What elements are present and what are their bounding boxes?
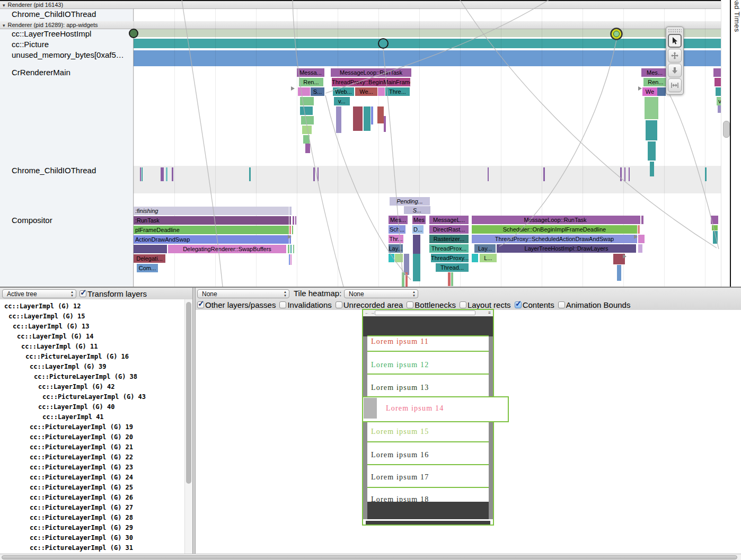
layer-tree-row[interactable]: cc::PictureLayerImpl (G) 20 — [0, 432, 192, 442]
event-tick[interactable] — [140, 167, 141, 181]
event-bar[interactable] — [641, 216, 643, 224]
event-bar[interactable] — [371, 106, 373, 125]
event-bar[interactable]: Lay... — [474, 244, 496, 253]
layer-tree-row[interactable]: cc::PictureLayerImpl (G) 19 — [0, 422, 192, 432]
layer-tree-row[interactable]: cc::PictureLayerImpl (G) 27 — [0, 503, 192, 513]
layer-tree-host-impl-counter-track[interactable] — [134, 29, 721, 37]
event-bar[interactable] — [472, 254, 478, 262]
event-bar[interactable] — [300, 97, 314, 105]
checkbox-unrecorded-area[interactable] — [336, 301, 342, 308]
event-bar[interactable] — [295, 216, 296, 225]
event-bar[interactable] — [289, 235, 291, 244]
event-bar[interactable] — [290, 254, 292, 265]
checkbox-other-layers-passes[interactable] — [197, 301, 204, 308]
checkbox-contents[interactable] — [515, 301, 522, 308]
event-bar[interactable]: D... — [412, 225, 424, 234]
layer-tree-row[interactable]: cc::PictureLayerImpl (G) 30 — [0, 533, 192, 543]
event-bar[interactable] — [638, 244, 642, 253]
event-bar[interactable] — [134, 245, 167, 253]
event-bar[interactable] — [384, 116, 386, 132]
layer-tree-row[interactable]: cc::PictureLayerImpl (G) 43 — [0, 392, 192, 402]
event-bar[interactable] — [377, 106, 384, 123]
layer-tree-row[interactable]: cc::PictureLayerImpl (G) 31 — [0, 543, 192, 553]
layer-tree-row[interactable]: cc::LayerImpl (G) 39 — [0, 362, 192, 372]
event-bar[interactable] — [646, 120, 657, 140]
tile-heatmap-select[interactable]: None ▲▼ — [344, 289, 418, 298]
checkbox-bottlenecks[interactable] — [407, 301, 413, 308]
event-bar[interactable] — [289, 216, 291, 225]
layer-tree-row[interactable]: cc::PictureLayerImpl (G) 21 — [0, 442, 192, 452]
event-bar[interactable] — [402, 272, 404, 287]
event-bar[interactable] — [289, 226, 291, 234]
event-bar[interactable] — [289, 207, 292, 215]
event-bar[interactable]: Mes — [412, 216, 426, 224]
event-bar[interactable]: Lay... — [389, 244, 403, 253]
event-bar[interactable] — [288, 245, 289, 253]
event-bar[interactable] — [364, 106, 371, 131]
event-bar[interactable]: DelegatingRenderer::SwapBuffers — [168, 245, 286, 253]
event-bar[interactable] — [302, 126, 312, 134]
event-tick[interactable] — [488, 167, 489, 181]
event-bar[interactable] — [293, 245, 294, 253]
checkbox-layout-rects[interactable] — [460, 301, 466, 308]
event-tick[interactable] — [620, 167, 622, 181]
event-bar[interactable]: Ren... — [643, 78, 668, 86]
event-bar[interactable] — [613, 254, 625, 264]
event-bar[interactable] — [650, 162, 654, 176]
checkbox-animation-bounds[interactable] — [558, 301, 565, 308]
event-bar[interactable]: LayerTreeHostImpl::DrawLayers — [497, 244, 636, 253]
event-bar[interactable] — [305, 144, 310, 153]
event-bar[interactable] — [293, 216, 294, 225]
event-tick[interactable] — [313, 167, 315, 181]
layer-tree-row[interactable]: cc::PictureLayerImpl (G) 16 — [0, 352, 192, 362]
scrollbar-thumb[interactable] — [186, 302, 191, 484]
event-bar[interactable]: MessageLoop::RunTask — [331, 68, 411, 77]
layer-tree-row[interactable]: cc::LayerImpl (G) 11 — [0, 342, 192, 352]
event-bar[interactable] — [638, 216, 640, 224]
event-tick[interactable] — [166, 167, 167, 181]
event-tick[interactable] — [317, 167, 319, 181]
process-header-renderer-16143[interactable]: ▾Renderer (pid 16143) — [0, 1, 721, 9]
picture-counter-track[interactable] — [134, 39, 721, 48]
event-bar[interactable]: We — [642, 87, 657, 96]
event-bar[interactable]: DirectRast... — [429, 225, 469, 234]
event-bar[interactable] — [638, 235, 645, 243]
event-bar[interactable] — [300, 106, 313, 115]
layer-tree-row[interactable]: cc::LayerImpl (G) 14 — [0, 332, 192, 342]
event-bar[interactable] — [395, 254, 403, 262]
event-bar[interactable] — [378, 87, 385, 96]
layer-tree-row[interactable]: cc::PictureLayerImpl (G) 23 — [0, 463, 192, 473]
event-bar[interactable] — [298, 87, 310, 96]
event-bar[interactable] — [389, 254, 394, 262]
event-bar[interactable] — [713, 231, 718, 244]
event-tick[interactable] — [172, 167, 173, 181]
event-tick[interactable] — [249, 167, 251, 181]
event-bar[interactable]: Thr... — [389, 235, 403, 243]
layer-tree-row[interactable]: cc::PictureLayerImpl (G) 22 — [0, 452, 192, 463]
layer-tree-row[interactable]: cc::LayerImpl (G) 42 — [0, 382, 192, 392]
tree-type-select[interactable]: Active tree ▲▼ — [2, 289, 76, 298]
event-bar[interactable]: plFrameDeadline — [134, 226, 289, 234]
event-bar[interactable]: Thre... — [385, 87, 410, 96]
event-bar[interactable]: We... — [355, 87, 377, 96]
event-bar[interactable]: Mes... — [641, 68, 668, 77]
event-bar[interactable]: ThreadProxy... — [431, 254, 469, 262]
zoom-tool-button[interactable] — [668, 64, 682, 77]
layer-tree-row[interactable]: cc::LayerImpl 41 — [0, 412, 192, 422]
event-bar[interactable]: MessageL... — [429, 216, 469, 224]
event-bar[interactable]: Mes... — [389, 216, 408, 224]
event-bar[interactable] — [292, 226, 293, 234]
layer-tree-row[interactable]: cc::LayerImpl (G) 15 — [0, 312, 191, 322]
event-bar[interactable]: Com... — [137, 264, 158, 272]
overlay-select[interactable]: None ▲▼ — [197, 289, 289, 298]
event-bar[interactable]: ThreadProx... — [429, 244, 469, 253]
layer-tree-row[interactable]: cc::PictureLayerImpl (G) 29 — [0, 523, 192, 533]
timing-tool-button[interactable] — [668, 78, 682, 92]
event-bar[interactable]: ActionDrawAndSwap — [134, 235, 289, 244]
select-tool-button[interactable] — [668, 34, 682, 48]
palette-grip[interactable] — [668, 28, 682, 32]
event-bar[interactable]: Rasterizer... — [429, 235, 469, 243]
layer-tree-row[interactable]: cc::PictureLayerImpl (G) 24 — [0, 473, 192, 483]
scrollbar-thumb[interactable] — [2, 555, 737, 559]
layer-tree-row[interactable]: cc::PictureLayerImpl (G) 26 — [0, 493, 192, 503]
